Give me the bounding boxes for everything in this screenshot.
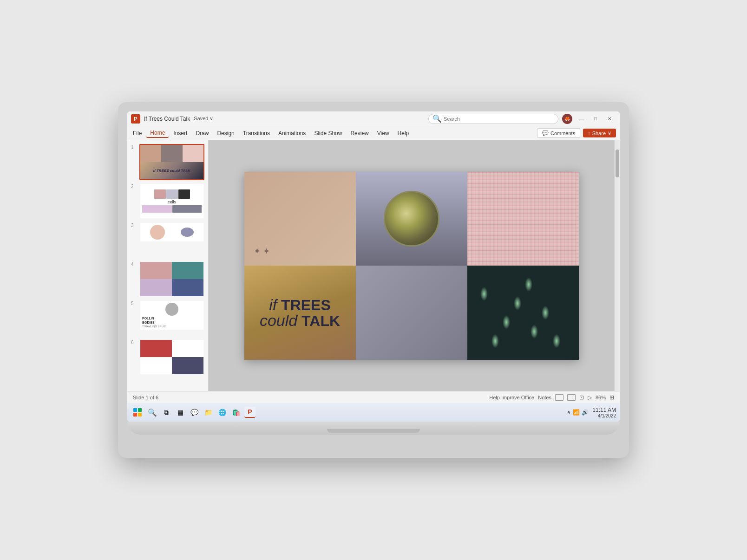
store-button[interactable]: 🛍️ — [230, 407, 242, 418]
menu-slideshow[interactable]: Slide Show — [310, 129, 346, 137]
volume-icon[interactable]: 🔊 — [582, 409, 589, 416]
notes-button[interactable]: Notes — [538, 395, 551, 400]
file-explorer-button[interactable]: 📁 — [203, 407, 214, 418]
slide3-content — [140, 223, 203, 241]
slide3-oval — [181, 228, 194, 237]
share-button[interactable]: ↑ Share ∨ — [583, 129, 616, 137]
ribbon: File Home Insert Draw Design Transitions… — [127, 126, 620, 140]
laptop-screen: P If Trees Could Talk Saved ∨ 🔍 🦊 — [127, 111, 620, 422]
minimize-button[interactable]: — — [575, 114, 588, 124]
slide-cell-bot-right — [467, 266, 579, 360]
menu-animations[interactable]: Animations — [275, 129, 309, 137]
slide2-images — [154, 189, 190, 199]
slide5-text1: POLLIN — [142, 317, 202, 320]
search-icon: 🔍 — [432, 114, 442, 123]
slide-area: if TREES could TALK — [209, 140, 614, 391]
status-bar: Slide 1 of 6 Help Improve Office Notes ⊡… — [127, 391, 620, 403]
search-bar[interactable]: 🔍 — [428, 114, 558, 124]
scroll-track[interactable] — [614, 140, 620, 391]
powerpoint-taskbar-button[interactable]: P — [244, 407, 256, 418]
slide-num-6: 6 — [131, 340, 137, 345]
slide-preview-2[interactable]: cells — [139, 183, 204, 219]
maximize-button[interactable]: □ — [589, 114, 602, 124]
slide-cell-bot-mid — [356, 266, 467, 360]
slide4-cell4 — [172, 279, 203, 296]
windows-start-button[interactable] — [131, 406, 144, 419]
status-slide-info: Slide 1 of 6 — [133, 395, 489, 400]
slide-cell-top-right — [467, 172, 579, 266]
winlogo-4 — [138, 413, 142, 417]
menu-transitions[interactable]: Transitions — [239, 129, 274, 137]
windows-logo — [133, 408, 142, 417]
menu-file[interactable]: File — [129, 129, 145, 137]
main-slide: if TREES could TALK — [244, 172, 579, 360]
menu-view[interactable]: View — [374, 129, 393, 137]
share-icon: ↑ — [588, 130, 590, 136]
slideshow-icon[interactable]: ▷ — [588, 394, 592, 401]
slide-preview-1[interactable]: if TREES could TALK — [139, 144, 204, 180]
search-input[interactable] — [444, 116, 554, 122]
slide-thumb-4[interactable]: 4 — [131, 261, 204, 297]
status-right: Help Improve Office Notes ⊡ ▷ 86% ⊞ — [489, 394, 614, 401]
slide-italic-if: if — [269, 296, 277, 313]
search-taskbar-icon: 🔍 — [148, 408, 157, 417]
slide1-title: if TREES could TALK — [153, 169, 190, 173]
task-view-button[interactable]: ⧉ — [161, 407, 172, 418]
chevron-up-icon[interactable]: ∧ — [567, 409, 571, 416]
saved-badge: Saved ∨ — [194, 116, 213, 122]
edge-button[interactable]: 🌐 — [216, 407, 228, 418]
powerpoint-taskbar-icon: P — [248, 408, 252, 416]
slide-title-area: if TREES could TALK — [256, 293, 344, 332]
slide-preview-6[interactable] — [139, 339, 204, 375]
close-button[interactable]: ✕ — [603, 114, 616, 124]
slide4-content — [140, 262, 203, 296]
clock-display[interactable]: 11:11 AM 4/1/2022 — [592, 407, 616, 418]
slides-panel[interactable]: 1 if TREES could TALK — [127, 140, 209, 391]
slide-thumb-5[interactable]: 5 POLLIN BODIES *TRAVLING SPUS* — [131, 300, 204, 336]
widgets-icon: ▦ — [177, 409, 183, 416]
menu-help[interactable]: Help — [394, 129, 413, 137]
app-window: P If Trees Could Talk Saved ∨ 🔍 🦊 — [127, 111, 620, 422]
slide-num-1: 1 — [131, 145, 137, 150]
widgets-button[interactable]: ▦ — [175, 407, 186, 418]
winlogo-3 — [133, 413, 137, 417]
slide1-cell-topleft — [140, 145, 161, 162]
wifi-icon[interactable]: 📶 — [573, 409, 580, 416]
title-bar: P If Trees Could Talk Saved ∨ 🔍 🦊 — [127, 111, 620, 126]
slide-cell-bottom: if TREES could TALK — [244, 266, 579, 360]
teams-icon: 💬 — [190, 409, 198, 416]
slide6-cell1 — [140, 340, 172, 357]
slide-thumb-6[interactable]: 6 — [131, 339, 204, 375]
slide5-text2: BODIES — [142, 321, 202, 324]
slide4-cell3 — [140, 279, 172, 296]
slide-thumb-2[interactable]: 2 cells — [131, 183, 204, 219]
slide-title-block: if TREES could TALK — [260, 297, 340, 328]
menu-review[interactable]: Review — [347, 129, 372, 137]
laptop-base — [127, 422, 620, 435]
teams-button[interactable]: 💬 — [189, 407, 200, 418]
slide-thumb-3[interactable]: 3 — [131, 222, 204, 258]
menu-insert[interactable]: Insert — [170, 129, 191, 137]
reading-view-icon[interactable]: ⊡ — [579, 394, 584, 401]
scroll-thumb[interactable] — [616, 150, 619, 177]
file-explorer-icon: 📁 — [204, 409, 212, 416]
task-view-icon: ⧉ — [164, 409, 169, 417]
normal-view-icon[interactable] — [555, 394, 564, 401]
search-taskbar-button[interactable]: 🔍 — [147, 407, 158, 418]
slide-preview-5[interactable]: POLLIN BODIES *TRAVLING SPUS* — [139, 300, 204, 336]
taskbar-right: ∧ 📶 🔊 11:11 AM 4/1/2022 — [567, 407, 616, 418]
slide-preview-4[interactable] — [139, 261, 204, 297]
zoom-fit-icon[interactable]: ⊞ — [609, 394, 614, 401]
slide-thumb-1[interactable]: 1 if TREES could TALK — [131, 144, 204, 180]
slide-sorter-icon[interactable] — [567, 394, 576, 401]
comments-button[interactable]: 💬 Comments — [537, 128, 580, 138]
date-display: 4/1/2022 — [592, 413, 616, 418]
menu-home[interactable]: Home — [146, 129, 169, 138]
menu-draw[interactable]: Draw — [192, 129, 212, 137]
slide-cell-top-left — [244, 172, 356, 266]
slide-preview-3[interactable] — [139, 222, 204, 258]
menu-design[interactable]: Design — [213, 129, 238, 137]
slide6-cell3 — [140, 357, 172, 374]
slide-num-4: 4 — [131, 262, 137, 267]
slide1-cell-topright — [183, 145, 203, 162]
